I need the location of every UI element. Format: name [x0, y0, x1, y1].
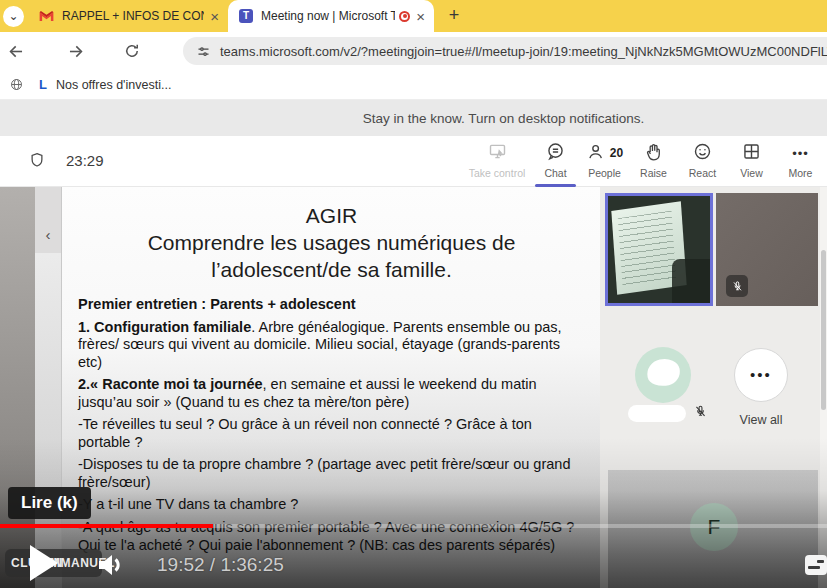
subtitles-icon[interactable]	[805, 555, 827, 575]
teams-icon: T	[239, 9, 253, 23]
smiley-icon	[692, 141, 713, 166]
name-redaction	[628, 405, 686, 422]
paragraph: Premier entretien : Parents + adolescent	[78, 296, 585, 314]
screen-control-icon	[487, 141, 508, 166]
ellipsis-icon: •••	[792, 146, 809, 161]
button-label: Raise	[640, 167, 667, 179]
video-stage[interactable]: ‹ AGIR Comprendre les usages numériques …	[0, 187, 827, 588]
play-tooltip: Lire (k)	[8, 487, 91, 519]
bookmarks-bar: L Nos offres d'investi...	[0, 70, 827, 100]
new-tab-button[interactable]: +	[443, 5, 465, 27]
tab-teams-meeting[interactable]: T Meeting now | Microsoft T ×	[228, 0, 434, 32]
address-bar: teams.microsoft.com/v2/?meetingjoin=true…	[0, 32, 827, 70]
title-line: Comprendre les usages numériques de	[78, 229, 585, 256]
tab-title: RAPPEL + INFOS DE CONNEXI	[62, 9, 204, 23]
tab-gmail[interactable]: RAPPEL + INFOS DE CONNEXI ×	[28, 0, 228, 32]
mic-muted-icon	[726, 275, 748, 297]
meeting-toolbar: 23:29 Take control Chat	[0, 136, 827, 187]
close-icon[interactable]: ×	[210, 9, 219, 24]
raise-hand-button[interactable]: Raise	[629, 139, 678, 187]
browser-window: ⌄ RAPPEL + INFOS DE CONNEXI × T Meeting …	[0, 0, 827, 588]
chat-button[interactable]: Chat	[531, 139, 580, 187]
gmail-icon	[39, 10, 54, 22]
chat-bubble-icon	[545, 141, 566, 166]
room-shadow	[672, 259, 713, 306]
tab-bar: ⌄ RAPPEL + INFOS DE CONNEXI × T Meeting …	[0, 0, 827, 32]
bookmark-item[interactable]: L Nos offres d'investi...	[39, 77, 171, 92]
title-line: l’adolescent/de sa famille.	[78, 256, 585, 283]
tab-title: Meeting now | Microsoft T	[261, 9, 395, 23]
tab-search-chevron-icon[interactable]: ⌄	[3, 6, 24, 27]
button-label: Take control	[469, 167, 526, 179]
participant-avatar[interactable]	[635, 347, 691, 403]
more-button[interactable]: ••• More	[776, 139, 825, 187]
mic-muted-icon	[693, 404, 708, 419]
forward-button[interactable]	[63, 39, 87, 63]
button-label: People	[588, 167, 621, 179]
shield-icon	[28, 151, 46, 169]
button-label: View	[740, 167, 763, 179]
play-button[interactable]	[30, 545, 58, 581]
toolbar-buttons: Take control Chat 20 People	[463, 139, 825, 187]
grid-view-icon	[741, 141, 762, 166]
avatar-redaction	[645, 356, 683, 389]
view-button[interactable]: View	[727, 139, 776, 187]
react-button[interactable]: React	[678, 139, 727, 187]
view-all-button[interactable]: •••	[734, 348, 788, 402]
back-button[interactable]	[4, 39, 28, 63]
button-label: React	[689, 167, 716, 179]
raised-hand-icon	[643, 141, 664, 166]
video-tile-participant[interactable]	[716, 193, 818, 306]
close-icon[interactable]: ×	[416, 9, 425, 24]
meeting-timer: 23:29	[66, 152, 104, 169]
url-text: teams.microsoft.com/v2/?meetingjoin=true…	[220, 44, 827, 59]
recording-indicator-icon	[399, 11, 410, 22]
collapse-pane-handle[interactable]: ‹	[35, 187, 61, 253]
take-control-button[interactable]: Take control	[463, 139, 531, 187]
paragraph: 2.« Raconte moi ta journée, en semaine e…	[78, 376, 585, 411]
participant-count-badge: 20	[610, 146, 623, 160]
people-icon	[586, 141, 607, 166]
globe-icon	[9, 77, 24, 92]
bookmark-label: Nos offres d'investi...	[56, 78, 171, 92]
notification-text: Stay in the know. Turn on desktop notifi…	[363, 111, 644, 126]
button-label: Chat	[544, 167, 566, 179]
paragraph: 1. Configuration familiale. Arbre généal…	[78, 319, 585, 372]
progress-bar[interactable]	[0, 524, 827, 528]
volume-button[interactable]	[94, 550, 128, 580]
site-settings-icon[interactable]	[196, 44, 211, 59]
bookmark-favicon: L	[39, 77, 47, 92]
url-field[interactable]: teams.microsoft.com/v2/?meetingjoin=true…	[183, 37, 827, 65]
video-tile-active-speaker[interactable]	[605, 193, 713, 306]
reload-button[interactable]	[120, 39, 144, 63]
people-button[interactable]: 20 People	[580, 139, 629, 187]
title-line: AGIR	[78, 202, 585, 229]
view-all-label: View all	[721, 413, 801, 427]
scrollbar-thumb[interactable]	[821, 250, 826, 410]
progress-played	[0, 524, 213, 528]
time-display: 19:52 / 1:36:25	[157, 554, 284, 576]
notification-banner[interactable]: Stay in the know. Turn on desktop notifi…	[0, 100, 827, 136]
document-title: AGIR Comprendre les usages numériques de…	[78, 202, 585, 283]
button-label: More	[789, 167, 813, 179]
